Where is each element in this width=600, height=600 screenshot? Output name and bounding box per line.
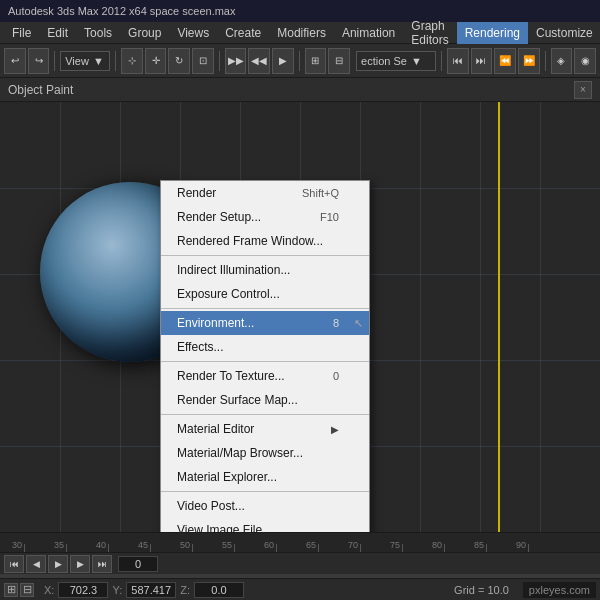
- mark-55: 55: [222, 540, 232, 550]
- tick-65: [318, 544, 319, 552]
- go-end-button[interactable]: ⏭: [92, 555, 112, 573]
- mark-70: 70: [348, 540, 358, 550]
- play-back-button[interactable]: ◀◀: [248, 48, 270, 74]
- next-frame-button[interactable]: ▶: [70, 555, 90, 573]
- environment-label: Environment...: [177, 316, 254, 330]
- z-input[interactable]: [194, 582, 244, 598]
- menu-item-edit[interactable]: Edit: [39, 22, 76, 44]
- nav-btn-1[interactable]: ⏮: [447, 48, 469, 74]
- selection-type-dropdown[interactable]: ection Se ▼: [356, 51, 436, 71]
- grid-line-v8: [480, 102, 481, 532]
- tick-30: [24, 544, 25, 552]
- mark-50: 50: [180, 540, 190, 550]
- menu-exposure[interactable]: Exposure Control...: [161, 282, 369, 306]
- render-texture-shortcut: 0: [333, 370, 339, 382]
- render-shortcut: Shift+Q: [302, 187, 339, 199]
- menu-item-file[interactable]: File: [4, 22, 39, 44]
- render-setup-btn[interactable]: ◉: [574, 48, 596, 74]
- object-paint-label: Object Paint: [8, 83, 73, 97]
- render-surface-label: Render Surface Map...: [177, 393, 298, 407]
- timeline-marker: [498, 102, 500, 532]
- menu-item-tools[interactable]: Tools: [76, 22, 120, 44]
- menu-item-group[interactable]: Group: [120, 22, 169, 44]
- object-paint-close-button[interactable]: ×: [574, 81, 592, 99]
- status-icon-2[interactable]: ⊟: [20, 583, 34, 597]
- play-button[interactable]: ▶: [48, 555, 68, 573]
- render-quick-btn[interactable]: ◈: [551, 48, 573, 74]
- menu-item-animation[interactable]: Animation: [334, 22, 403, 44]
- mark-75: 75: [390, 540, 400, 550]
- watermark: pxleyes.com: [523, 582, 596, 598]
- redo-button[interactable]: ↪: [28, 48, 50, 74]
- menu-material-explorer[interactable]: Material Explorer...: [161, 465, 369, 489]
- divider-3: [161, 361, 369, 362]
- snap2-button[interactable]: ⊟: [328, 48, 350, 74]
- menu-video-post[interactable]: Video Post...: [161, 494, 369, 518]
- menu-effects[interactable]: Effects...: [161, 335, 369, 359]
- menu-view-image[interactable]: View Image File...: [161, 518, 369, 532]
- material-editor-label: Material Editor: [177, 422, 254, 436]
- menu-material-map[interactable]: Material/Map Browser...: [161, 441, 369, 465]
- menu-render[interactable]: Render Shift+Q: [161, 181, 369, 205]
- menu-item-customize[interactable]: Customize: [528, 22, 600, 44]
- divider-4: [161, 414, 369, 415]
- submenu-arrow-icon: ▶: [331, 424, 339, 435]
- toolbar-sep-4: [299, 51, 300, 71]
- status-bar: ⊞ ⊟ X: Y: Z: Grid = 10.0 pxleyes.com: [0, 578, 600, 600]
- tick-45: [150, 544, 151, 552]
- render-texture-label: Render To Texture...: [177, 369, 285, 383]
- nav-btn-4[interactable]: ⏩: [518, 48, 540, 74]
- menu-render-texture[interactable]: Render To Texture... 0: [161, 364, 369, 388]
- rendered-frame-label: Rendered Frame Window...: [177, 234, 323, 248]
- undo-button[interactable]: ↩: [4, 48, 26, 74]
- menu-rendered-frame[interactable]: Rendered Frame Window...: [161, 229, 369, 253]
- divider-1: [161, 255, 369, 256]
- menu-item-create[interactable]: Create: [217, 22, 269, 44]
- play-fwd-button[interactable]: ▶▶: [225, 48, 247, 74]
- grid-line-v9: [540, 102, 541, 532]
- move-button[interactable]: ✛: [145, 48, 167, 74]
- play-button[interactable]: ▶: [272, 48, 294, 74]
- timeline-ruler[interactable]: 30 35 40 45 50 55 60 65 70 75 80 85 90: [0, 532, 600, 552]
- menu-environment[interactable]: Environment... 8 ↖: [161, 311, 369, 335]
- selection-dropdown[interactable]: ection Se ▼: [356, 51, 436, 71]
- status-icon[interactable]: ⊞: [4, 583, 18, 597]
- tick-55: [234, 544, 235, 552]
- view-dropdown[interactable]: View ▼: [60, 51, 110, 71]
- view-label: View: [65, 55, 89, 67]
- menu-render-setup[interactable]: Render Setup... F10: [161, 205, 369, 229]
- tick-70: [360, 544, 361, 552]
- rotate-button[interactable]: ↻: [168, 48, 190, 74]
- tick-75: [402, 544, 403, 552]
- tick-40: [108, 544, 109, 552]
- coordinates: X: Y: Z:: [44, 582, 244, 598]
- snap-button[interactable]: ⊞: [305, 48, 327, 74]
- x-input[interactable]: [58, 582, 108, 598]
- tick-60: [276, 544, 277, 552]
- selection-label: ection Se: [361, 55, 407, 67]
- menu-render-surface[interactable]: Render Surface Map...: [161, 388, 369, 412]
- grid-value: 10.0: [487, 584, 508, 596]
- menu-item-rendering[interactable]: Rendering: [457, 22, 528, 44]
- scale-button[interactable]: ⊡: [192, 48, 214, 74]
- go-start-button[interactable]: ⏮: [4, 555, 24, 573]
- menu-indirect[interactable]: Indirect Illumination...: [161, 258, 369, 282]
- menu-item-graph-editors[interactable]: Graph Editors: [403, 22, 456, 44]
- indirect-label: Indirect Illumination...: [177, 263, 290, 277]
- nav-btn-2[interactable]: ⏭: [471, 48, 493, 74]
- menu-material-editor[interactable]: Material Editor ▶: [161, 417, 369, 441]
- nav-btn-3[interactable]: ⏪: [494, 48, 516, 74]
- mark-35: 35: [54, 540, 64, 550]
- toolbar-sep-3: [219, 51, 220, 71]
- rendering-dropdown-menu: Render Shift+Q Render Setup... F10 Rende…: [160, 180, 370, 532]
- prev-frame-button[interactable]: ◀: [26, 555, 46, 573]
- menu-item-views[interactable]: Views: [169, 22, 217, 44]
- render-label: Render: [177, 186, 216, 200]
- select-button[interactable]: ⊹: [121, 48, 143, 74]
- dropdown-arrow-icon: ▼: [93, 55, 104, 67]
- toolbar: ↩ ↪ View ▼ ⊹ ✛ ↻ ⊡ ▶▶ ◀◀ ▶ ⊞ ⊟ ection Se…: [0, 44, 600, 78]
- tick-85: [486, 544, 487, 552]
- menu-item-modifiers[interactable]: Modifiers: [269, 22, 334, 44]
- y-input[interactable]: [126, 582, 176, 598]
- effects-label: Effects...: [177, 340, 223, 354]
